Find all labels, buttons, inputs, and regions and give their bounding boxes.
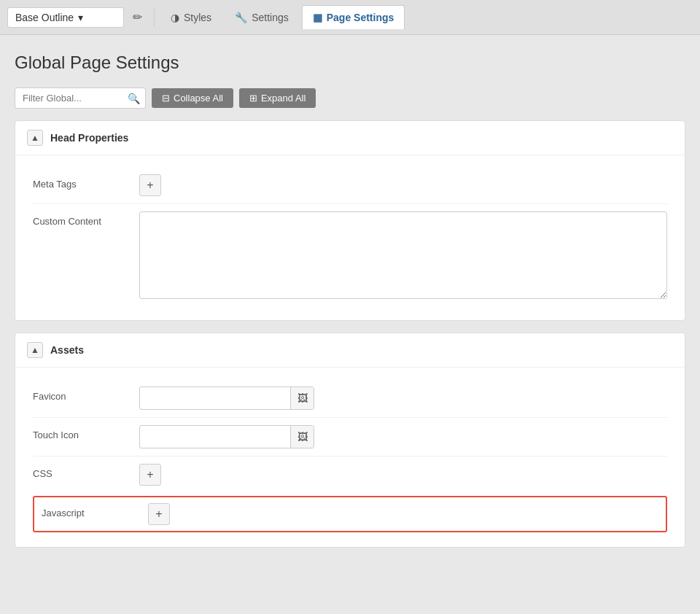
file-icon-2: 🖼 [298, 431, 308, 443]
outline-dropdown[interactable]: Base Outline ▾ [7, 7, 124, 28]
section-assets-body: Favicon 🖼 Touch Icon [15, 368, 685, 547]
favicon-text-input[interactable] [140, 389, 290, 408]
settings-icon: 🔧 [235, 12, 247, 23]
filter-row: 🔍 ⊟ Collapse All ⊞ Expand All [15, 88, 685, 109]
tab-page-settings-label: Page Settings [327, 12, 394, 23]
chevron-down-icon: ▾ [78, 12, 83, 23]
divider-1 [154, 9, 155, 26]
expand-all-button[interactable]: ⊞ Expand All [239, 88, 316, 108]
favicon-file-browse-btn[interactable]: 🖼 [290, 387, 314, 409]
page-settings-icon: ▦ [313, 12, 322, 23]
toggle-head-properties-btn[interactable]: ▲ [27, 130, 43, 146]
javascript-label: Javascript [42, 503, 136, 518]
css-label: CSS [33, 464, 128, 479]
field-row-touch-icon: Touch Icon 🖼 [33, 417, 667, 456]
favicon-control: 🖼 [139, 386, 667, 410]
section-assets-title: Assets [50, 344, 84, 356]
expand-all-label: Expand All [261, 93, 306, 104]
file-icon: 🖼 [298, 392, 308, 404]
filter-input-wrap: 🔍 [15, 88, 146, 109]
outline-dropdown-label: Base Outline [15, 12, 74, 23]
tab-page-settings[interactable]: ▦ Page Settings [302, 5, 405, 29]
field-row-custom-content: Custom Content [33, 203, 667, 308]
field-row-javascript: Javascript + [33, 496, 667, 532]
page-title: Global Page Settings [15, 53, 685, 73]
section-head-properties: ▲ Head Properties Meta Tags + Custom Con… [15, 120, 685, 321]
meta-tags-add-button[interactable]: + [139, 174, 161, 196]
touch-icon-file-browse-btn[interactable]: 🖼 [290, 426, 314, 448]
tab-settings[interactable]: 🔧 Settings [225, 6, 299, 29]
styles-icon: ◑ [171, 12, 179, 23]
toolbar: Base Outline ▾ ✏ ◑ Styles 🔧 Settings ▦ P… [0, 0, 700, 35]
javascript-control: + [148, 503, 658, 525]
field-row-favicon: Favicon 🖼 [33, 379, 667, 417]
meta-tags-control: + [139, 174, 667, 196]
edit-icon-button[interactable]: ✏ [127, 6, 148, 28]
field-row-meta-tags: Meta Tags + [33, 167, 667, 203]
tab-styles-label: Styles [184, 12, 211, 23]
favicon-file-input: 🖼 [139, 386, 314, 410]
collapse-icon: ⊟ [162, 93, 170, 104]
custom-content-label: Custom Content [33, 211, 128, 227]
filter-input[interactable] [15, 88, 146, 109]
touch-icon-label: Touch Icon [33, 425, 128, 440]
tab-styles[interactable]: ◑ Styles [160, 6, 222, 29]
javascript-add-button[interactable]: + [148, 503, 170, 525]
field-row-css: CSS + [33, 456, 667, 493]
css-add-button[interactable]: + [139, 464, 161, 486]
section-head-properties-body: Meta Tags + Custom Content [15, 155, 685, 320]
main-content: Global Page Settings 🔍 ⊟ Collapse All ⊞ … [0, 35, 700, 614]
css-control: + [139, 464, 667, 486]
collapse-all-label: Collapse All [174, 93, 223, 104]
section-head-properties-header[interactable]: ▲ Head Properties [15, 121, 685, 155]
touch-icon-text-input[interactable] [140, 428, 290, 446]
expand-icon: ⊞ [249, 93, 257, 104]
tab-settings-label: Settings [252, 12, 289, 23]
touch-icon-control: 🖼 [139, 425, 667, 448]
meta-tags-label: Meta Tags [33, 174, 128, 190]
collapse-all-button[interactable]: ⊟ Collapse All [152, 88, 233, 108]
search-icon: 🔍 [128, 93, 140, 104]
touch-icon-file-input: 🖼 [139, 425, 314, 448]
section-assets: ▲ Assets Favicon 🖼 Touch Icon [15, 333, 685, 548]
favicon-label: Favicon [33, 386, 128, 402]
custom-content-control [139, 211, 667, 301]
section-assets-header[interactable]: ▲ Assets [15, 333, 685, 368]
toggle-assets-btn[interactable]: ▲ [27, 342, 43, 358]
section-head-properties-title: Head Properties [50, 132, 128, 144]
custom-content-textarea[interactable] [139, 211, 667, 299]
